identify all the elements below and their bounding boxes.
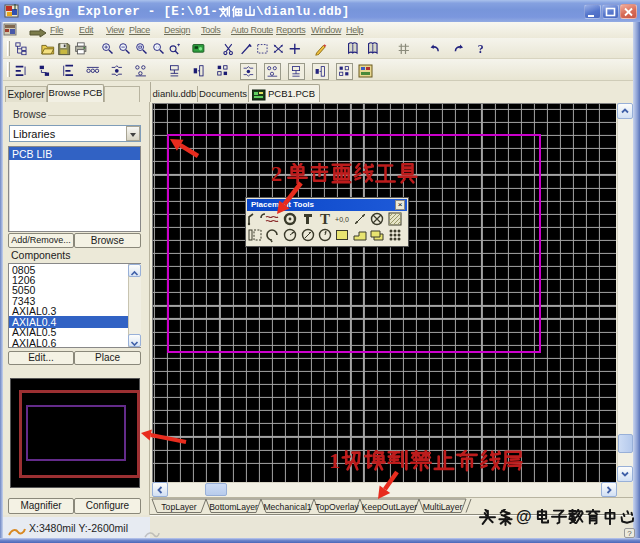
svg-text:MultiLayer: MultiLayer — [423, 502, 463, 512]
svg-text:+0,0: +0,0 — [335, 216, 349, 223]
svg-text:?: ? — [478, 42, 484, 56]
svg-text:T: T — [320, 211, 330, 227]
svg-text:TopOverlay: TopOverlay — [315, 502, 359, 512]
svg-text:TopLayer: TopLayer — [161, 502, 196, 512]
svg-text:BottomLayer: BottomLayer — [209, 502, 258, 512]
svg-text:Mechanical1: Mechanical1 — [263, 502, 311, 512]
